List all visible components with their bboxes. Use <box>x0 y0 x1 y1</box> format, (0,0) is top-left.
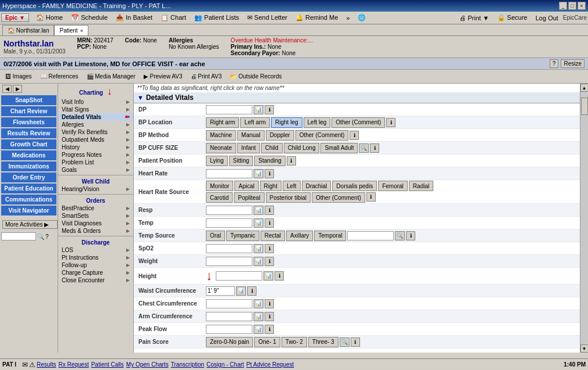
close-btn[interactable]: × <box>578 2 586 10</box>
sidebar-growth-chart[interactable]: Growth Chart <box>1 139 56 149</box>
toolbar-images[interactable]: 🖼 Images <box>3 73 34 80</box>
peak-flow-info-btn[interactable]: ℹ <box>265 325 274 334</box>
menu-schedule[interactable]: 📅 Schedule <box>67 13 111 23</box>
menu-remind-me[interactable]: 🔔 Remind Me <box>292 13 341 23</box>
help-btn[interactable]: ? <box>550 59 559 68</box>
toolbar-media-manager[interactable]: 🎬 Media Manager <box>85 73 137 80</box>
dp-info-btn[interactable]: ℹ <box>265 105 274 114</box>
tab-close-icon[interactable]: × <box>80 28 83 34</box>
charting-visit-diagnoses[interactable]: Visit Diagnoses ▶ <box>58 220 133 227</box>
overdue-health-maintenance[interactable]: Overdue Health Maintenance:... <box>231 37 313 44</box>
hr-source-popliteal[interactable]: Popliteal <box>234 192 264 203</box>
pain-info-btn[interactable]: ℹ <box>351 337 360 347</box>
arm-input[interactable] <box>206 312 252 321</box>
hr-source-femoral[interactable]: Femoral <box>378 181 408 191</box>
chest-info-btn[interactable]: ℹ <box>265 299 274 308</box>
temp-axillary[interactable]: Axillary <box>286 231 313 241</box>
sidebar-immunizations[interactable]: Immunizations <box>1 161 56 171</box>
charting-goals[interactable]: Goals ▶ <box>58 166 133 174</box>
charting-detailed-vitals[interactable]: Detailed Vitals ✏ <box>58 113 133 121</box>
height-input[interactable] <box>216 271 262 281</box>
heart-rate-info-btn[interactable]: ℹ <box>265 169 274 178</box>
resize-btn[interactable]: Resize <box>561 59 585 68</box>
bp-cuff-small-adult[interactable]: Small Adult <box>320 143 358 153</box>
menu-patient-lists[interactable]: 👥 Patient Lists <box>191 13 243 23</box>
vitals-collapse-icon[interactable]: ▼ <box>137 94 144 101</box>
tab-northstar[interactable]: 🏠 Northstar.lan <box>2 25 54 35</box>
weight-chart-btn[interactable]: 📊 <box>254 257 263 266</box>
bp-loc-other[interactable]: Other (Comment) <box>332 117 385 128</box>
charting-allergies[interactable]: Allergies ▶ <box>58 121 133 128</box>
hr-source-radial[interactable]: Radial <box>409 181 433 191</box>
menu-home[interactable]: 🏠 Home <box>33 13 66 23</box>
menu-web[interactable]: 🌐 <box>354 13 369 23</box>
hr-source-carotid[interactable]: Carotid <box>206 192 233 203</box>
patient-position-info-btn[interactable]: ℹ <box>287 156 296 166</box>
nav-forward-btn[interactable]: ▶ <box>13 85 22 93</box>
toolbar-outside-records[interactable]: 📂 Outside Records <box>228 73 283 80</box>
bp-loc-right-leg[interactable]: Right leg <box>271 117 302 128</box>
hr-source-apical[interactable]: Apical <box>234 181 258 191</box>
resp-input[interactable] <box>206 206 252 215</box>
temp-source-info-btn[interactable]: ℹ <box>406 231 415 240</box>
bp-cuff-search-btn[interactable]: 🔍 <box>359 143 369 153</box>
pos-lying[interactable]: Lying <box>206 156 228 166</box>
waist-info-btn[interactable]: ℹ <box>247 286 256 296</box>
hr-source-info-btn[interactable]: ℹ <box>366 192 376 202</box>
height-info-btn[interactable]: ℹ <box>275 271 284 281</box>
charting-meds-orders[interactable]: Meds & Orders ▶ <box>58 227 133 235</box>
minimize-btn[interactable]: _ <box>559 2 567 10</box>
sidebar-medications[interactable]: Medications <box>1 150 56 160</box>
charting-outpatient-meds[interactable]: Outpatient Meds ▶ <box>58 136 133 143</box>
bp-loc-left-leg[interactable]: Left leg <box>304 117 331 128</box>
chest-chart-btn[interactable]: 📊 <box>254 299 263 308</box>
hr-source-dorsalis[interactable]: Dorsalis pedis <box>332 181 377 191</box>
spo2-chart-btn[interactable]: 📊 <box>254 244 263 253</box>
dp-chart-btn[interactable]: 📊 <box>254 105 263 114</box>
sidebar-snapshot[interactable]: SnapShot <box>1 95 56 105</box>
more-activities-btn[interactable]: More Activities ▶ <box>2 220 58 229</box>
sidebar-search-input[interactable] <box>1 232 36 240</box>
temp-temporal[interactable]: Temporal <box>314 231 346 241</box>
hr-source-other[interactable]: Other (Comment) <box>312 192 365 203</box>
temp-source-search-btn[interactable]: 🔍 <box>395 231 405 240</box>
charting-vital-signs[interactable]: Vital Signs ▶ <box>58 106 133 113</box>
nav-back-btn[interactable]: ◀ <box>2 85 12 93</box>
sidebar-results-review[interactable]: Results Review <box>1 128 56 138</box>
hr-source-right[interactable]: Right <box>260 181 281 191</box>
toolbar-print-av3[interactable]: 🖨 Print AV3 <box>189 73 224 80</box>
temp-chart-btn[interactable]: 📊 <box>254 218 263 228</box>
menu-send-letter[interactable]: ✉ Send Letter <box>244 13 291 23</box>
search-icon[interactable]: 🔍 <box>37 234 44 240</box>
pain-two[interactable]: Two- 2 <box>281 337 307 347</box>
bp-cuff-infant[interactable]: Infant <box>237 143 260 153</box>
charting-visit-info[interactable]: Visit Info ▶ <box>58 98 133 106</box>
status-cosign[interactable]: Cosign - Chart <box>206 361 244 368</box>
weight-info-btn[interactable]: ℹ <box>265 257 274 266</box>
peak-flow-input[interactable] <box>206 325 252 334</box>
charting-smartsets[interactable]: SmartSets ▶ <box>58 212 133 220</box>
tab-patient[interactable]: Patient × <box>54 25 88 35</box>
sidebar-order-entry[interactable]: Order Entry <box>1 173 56 182</box>
charting-history[interactable]: History ▶ <box>58 143 133 151</box>
bp-method-doppler[interactable]: Doppler <box>266 130 294 141</box>
menu-secure[interactable]: 🔒 Secure <box>494 13 531 23</box>
heart-rate-input[interactable] <box>206 169 252 178</box>
dp-input[interactable] <box>206 105 252 114</box>
pain-search-btn[interactable]: 🔍 <box>340 337 350 347</box>
resp-info-btn[interactable]: ℹ <box>265 206 274 215</box>
hr-source-left[interactable]: Left <box>283 181 301 191</box>
pos-standing[interactable]: Standing <box>254 156 285 166</box>
bp-loc-left-arm[interactable]: Left arm <box>240 117 270 128</box>
charting-bestpractice[interactable]: BestPractice ▶ <box>58 204 133 212</box>
menu-print[interactable]: 🖨 Print ▼ <box>456 13 493 23</box>
temp-info-btn[interactable]: ℹ <box>265 218 274 228</box>
pos-sitting[interactable]: Sitting <box>229 156 254 166</box>
bp-cuff-child-long[interactable]: Child Long <box>284 143 320 153</box>
vertical-scrollbar[interactable]: ▲ ▼ <box>580 84 588 353</box>
chest-input[interactable] <box>206 299 252 308</box>
content-scroll[interactable]: **To flag data as significant, right cli… <box>134 84 580 353</box>
menu-more[interactable]: » <box>343 13 353 23</box>
status-results[interactable]: Results <box>37 361 56 368</box>
arm-chart-btn[interactable]: 📊 <box>254 312 263 321</box>
